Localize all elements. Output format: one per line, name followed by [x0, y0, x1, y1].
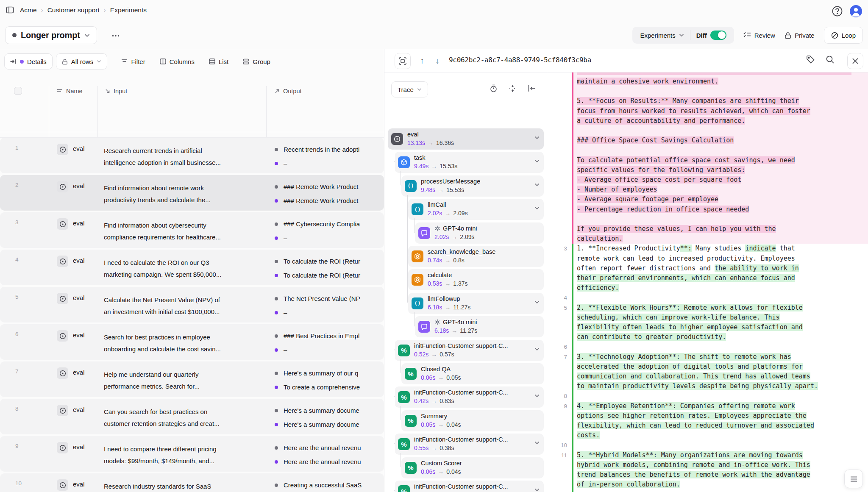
output-value: ### Remote Work Product [275, 197, 381, 204]
trace-span-llmfollowup[interactable]: () llmFollowup 6.18s→11.27s [408, 293, 544, 314]
rows-icon [57, 89, 63, 94]
tag-icon[interactable] [806, 55, 815, 64]
trace-span-initfunction-customer-support-c-[interactable]: % initFunction-Customer support-C... 3.6… [395, 481, 544, 492]
row-name: eval [73, 369, 85, 376]
chevron-down-icon[interactable] [534, 159, 540, 163]
output-value: – [275, 234, 381, 242]
diff-toggle[interactable] [710, 31, 726, 40]
previous-row-button[interactable]: ↑ [415, 53, 429, 69]
trace-span-initfunction-customer-support-c-[interactable]: % initFunction-Customer support-C... 0.5… [395, 434, 544, 455]
chevron-down-icon[interactable] [534, 206, 540, 210]
loop-button[interactable]: Loop [824, 27, 863, 44]
experiment-selector[interactable]: Longer prompt [5, 26, 97, 44]
chevron-down-icon [417, 88, 422, 91]
next-row-button[interactable]: ↓ [430, 53, 445, 69]
search-icon[interactable] [826, 55, 835, 64]
fn-span-icon: () [412, 203, 423, 215]
chevron-down-icon [679, 33, 684, 37]
span-name: initFunction-Customer support-C... [414, 389, 508, 396]
comparison-dropdown[interactable]: Experiments [634, 27, 690, 44]
comparison-experiment-dot [275, 222, 278, 226]
table-row[interactable]: 10 eval Research industry standards for … [0, 473, 384, 492]
eval-record-icon [57, 479, 68, 491]
private-button[interactable]: Private [785, 32, 815, 39]
column-header-output[interactable]: Output [275, 88, 302, 95]
table-row[interactable]: 9 eval I need to compare three different… [0, 436, 384, 472]
trace-span-eval[interactable]: eval 13.13s→16.36s [388, 128, 544, 150]
timing-icon[interactable] [490, 84, 498, 92]
column-header-input[interactable]: Input [105, 88, 127, 95]
chevron-down-icon[interactable] [534, 488, 540, 492]
diff-line-number: 10 [548, 440, 567, 450]
eval-record-icon [57, 218, 68, 230]
trace-span-llmcall[interactable]: () llmCall 2.02s→2.09s [408, 199, 544, 220]
table-row[interactable]: 8 eval Can you search for best practices… [0, 399, 384, 434]
help-icon[interactable] [832, 6, 843, 17]
chevron-down-icon[interactable] [534, 394, 540, 397]
review-button[interactable]: Review [743, 32, 775, 39]
diff-line-number: 11 [548, 450, 567, 460]
trace-span-initfunction-customer-support-c-[interactable]: % initFunction-Customer support-C... 0.4… [395, 386, 544, 408]
select-all-checkbox[interactable] [14, 87, 22, 95]
trace-span-gpt-4o-mini[interactable]: GPT-4o mini 2.02s→2.09s [415, 222, 544, 244]
rows-filter-dropdown[interactable]: All rows [56, 53, 108, 69]
sidebar-toggle-icon[interactable] [6, 6, 14, 14]
trace-span-processusermessage[interactable]: () processUserMessage 9.48s→15.53s [401, 175, 544, 197]
span-name: Closed QA [421, 366, 451, 372]
close-panel-button[interactable] [847, 53, 863, 69]
collapse-left-icon[interactable] [528, 84, 536, 92]
table-row[interactable]: 2 eval Find information about remote wor… [0, 175, 384, 211]
diff-label: Diff [696, 32, 707, 39]
span-durations: 0.06s→0.04s [421, 468, 461, 475]
more-options-button[interactable] [109, 31, 122, 41]
align-center-icon[interactable] [509, 84, 517, 92]
trace-span-initfunction-customer-support-c-[interactable]: % initFunction-Customer support-C... 0.5… [395, 340, 544, 361]
diff-removed-line: specific values for the following variab… [573, 165, 868, 175]
breadcrumb-org[interactable]: Acme [20, 6, 37, 14]
table-row[interactable]: 5 eval Calculate the Net Present Value (… [0, 287, 384, 322]
input-cell: Search for best practices in employeeonb… [104, 331, 262, 355]
group-button[interactable]: Group [237, 53, 276, 69]
list-button[interactable]: List [203, 53, 234, 69]
details-button[interactable]: Details [4, 53, 53, 69]
trace-span-search-knowledge-base[interactable]: search_knowledge_base 0.74s→0.8s [408, 246, 544, 267]
chevron-down-icon[interactable] [534, 183, 540, 186]
openai-icon [434, 319, 440, 325]
trace-span-calculate[interactable]: calculate 0.53s→1.37s [408, 269, 544, 290]
table-row[interactable]: 7 eval Help me understand our quarterlyp… [0, 361, 384, 397]
column-header-name[interactable]: Name [57, 88, 83, 95]
avatar[interactable] [850, 5, 862, 17]
chevron-down-icon[interactable] [534, 300, 540, 304]
columns-button[interactable]: Columns [154, 53, 200, 69]
chevron-down-icon[interactable] [534, 347, 540, 351]
filter-button[interactable]: Filter [116, 53, 150, 69]
chevron-down-icon[interactable] [534, 441, 540, 445]
table-row[interactable]: 4 eval I need to calculate the ROI on ou… [0, 250, 384, 285]
trace-view-label: Trace [398, 86, 414, 93]
trace-span-gpt-4o-mini[interactable]: GPT-4o mini 6.18s→11.27s [415, 316, 544, 337]
log-view-button[interactable] [844, 470, 863, 488]
diff-added-line [573, 342, 868, 352]
trace-span-custom-scorer[interactable]: % Custom Scorer 0.06s→0.04s [401, 457, 544, 478]
trace-span-closed-qa[interactable]: % Closed QA 0.06s→0.05s [401, 363, 544, 384]
eval-record-icon [57, 181, 68, 192]
breadcrumb-section[interactable]: Experiments [110, 6, 147, 14]
diff-removed-line [573, 214, 868, 224]
span-name: Custom Scorer [421, 460, 462, 467]
table-row[interactable]: 1 eval Research current trends in artifi… [0, 138, 384, 173]
table-row[interactable]: 3 eval Find information about cybersecur… [0, 212, 384, 248]
trace-header-bar: ↑ ↓ 9c062bc2-a8c7-4a88-9749-5cf840f3c9ba [384, 49, 868, 72]
trace-span-task[interactable]: task 9.49s→15.53s [395, 152, 544, 173]
table-row[interactable]: 6 eval Search for best practices in empl… [0, 324, 384, 360]
expand-trace-button[interactable] [395, 53, 411, 69]
breadcrumb-project[interactable]: Customer support [47, 6, 100, 14]
current-experiment-dot [275, 236, 278, 240]
chevron-down-icon[interactable] [534, 136, 540, 139]
diff-line-number: 6 [548, 342, 567, 352]
trace-span-summary[interactable]: % Summary 0.05s→0.04s [401, 410, 544, 431]
table-header: Name Input Output [0, 83, 384, 138]
eval-record-icon [57, 367, 68, 379]
span-durations: 0.52s→0.57s [414, 351, 454, 358]
comparison-experiment-dot [275, 409, 278, 412]
trace-view-dropdown[interactable]: Trace [391, 81, 428, 97]
